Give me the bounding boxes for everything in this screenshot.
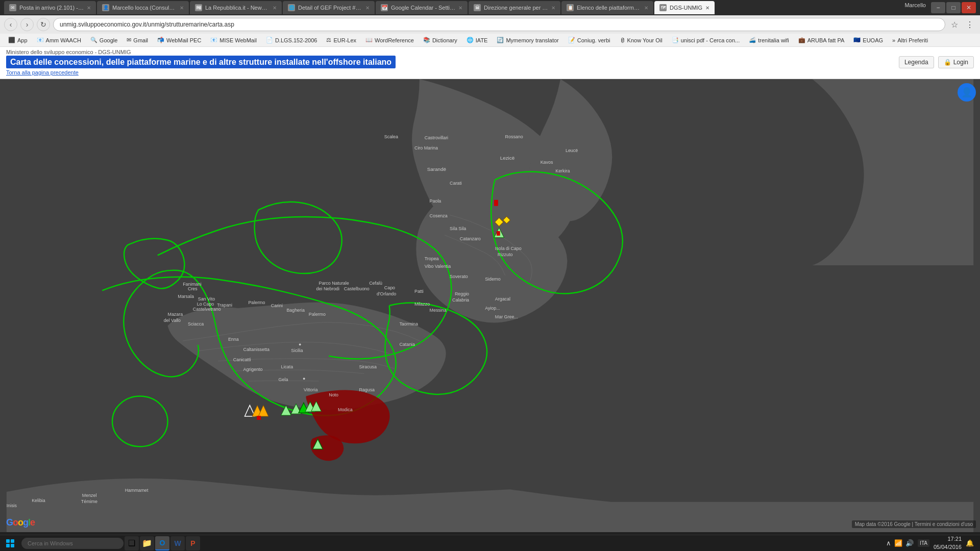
language-indicator[interactable]: ITA: [918, 539, 929, 547]
bookmark-icon: »: [892, 37, 895, 43]
bookmark-3[interactable]: ✉Gmail: [122, 35, 152, 46]
bookmark-label: MISE WebMail: [219, 37, 257, 43]
bookmark-label: unisci pdf - Cerca con...: [681, 37, 740, 43]
login-button[interactable]: 🔒 Login: [938, 56, 974, 68]
taskbar-volume-icon[interactable]: 🔊: [905, 539, 914, 547]
start-button[interactable]: [2, 536, 18, 550]
bookmark-17[interactable]: 🇪🇺EUOAG: [849, 35, 887, 46]
svg-text:Palermo: Palermo: [248, 300, 265, 305]
bookmark-label: trenitalia wifi: [758, 37, 789, 43]
ministry-label: Ministero dello sviluppo economico - DGS…: [6, 49, 974, 55]
tab-close-icon[interactable]: ✕: [180, 5, 184, 11]
legenda-button[interactable]: Legenda: [899, 56, 934, 68]
address-bar[interactable]: [53, 18, 945, 31]
tab-close-icon[interactable]: ✕: [458, 5, 462, 11]
minimize-button[interactable]: −: [931, 2, 945, 13]
bookmark-label: EUOAG: [863, 37, 883, 43]
browser-tab-6[interactable]: 🏛 Direzione generale per le... ✕: [469, 1, 560, 14]
close-button[interactable]: ✕: [962, 2, 976, 13]
taskbar-task-view[interactable]: ❑: [125, 536, 139, 550]
bookmark-14[interactable]: 📑unisci pdf - Cerca con...: [668, 35, 744, 46]
bookmark-6[interactable]: 📄D.LGS.152-2006: [262, 35, 322, 46]
svg-text:Capo: Capo: [384, 285, 395, 290]
bookmark-0[interactable]: ⬛App: [4, 35, 32, 46]
taskbar-search-input[interactable]: [21, 538, 124, 549]
forward-button[interactable]: ›: [20, 18, 34, 31]
bookmark-10[interactable]: 🌐IATE: [462, 35, 492, 46]
bookmark-7[interactable]: ⚖EUR-Lex: [322, 35, 360, 46]
map-container[interactable]: Sarandë Lezicë Carati Ciro Marina Scalea…: [0, 79, 980, 532]
bookmark-8[interactable]: 📖WordReference: [361, 35, 418, 46]
taskbar-powerpoint[interactable]: P: [186, 536, 200, 550]
tab-close-icon[interactable]: ✕: [273, 5, 277, 11]
bookmark-9[interactable]: 📚Dictionary: [419, 35, 461, 46]
svg-text:Modica: Modica: [338, 407, 353, 412]
bookmark-icon: ⬛: [8, 37, 15, 43]
svg-text:Milazzo: Milazzo: [414, 302, 430, 307]
tab-label: Detail of GEF Project #39...: [298, 5, 362, 11]
svg-rect-10: [257, 416, 261, 420]
bookmark-label: EUR-Lex: [333, 37, 356, 43]
tab-close-icon[interactable]: ✕: [87, 5, 91, 11]
bookmark-16[interactable]: 💼ARUBA fatt PA: [794, 35, 849, 46]
bookmark-4[interactable]: 📬WebMail PEC: [153, 35, 205, 46]
svg-text:San Vito: San Vito: [198, 296, 215, 302]
bookmark-12[interactable]: 📝Coniug. verbi: [564, 35, 615, 46]
browser-tab-1[interactable]: ✉ Posta in arrivo (2.101) - ... ✕: [4, 1, 96, 14]
tab-close-icon[interactable]: ✕: [365, 5, 370, 11]
svg-text:Tropea: Tropea: [425, 256, 439, 261]
svg-text:Messina: Messina: [430, 308, 447, 313]
bookmark-icon: 🇪🇺: [853, 37, 861, 43]
browser-tab-2[interactable]: 👤 Marcello locca (Consulen... ✕: [97, 1, 189, 14]
tab-close-icon[interactable]: ✕: [551, 5, 555, 11]
bookmark-star-icon[interactable]: ☆: [948, 18, 961, 31]
bookmark-5[interactable]: 📧MISE WebMail: [206, 35, 261, 46]
taskbar-file-explorer[interactable]: 📁: [140, 536, 154, 550]
svg-text:Menzel: Menzel: [82, 493, 97, 498]
bookmark-label: IATE: [476, 37, 488, 43]
reload-button[interactable]: ↻: [37, 18, 50, 31]
bookmark-1[interactable]: 📧Amm WAACH: [33, 35, 85, 46]
svg-text:Mazara: Mazara: [168, 312, 183, 317]
tabs-container: ✉ Posta in arrivo (2.101) - ... ✕ 👤 Marc…: [4, 1, 902, 14]
tab-close-icon[interactable]: ✕: [705, 5, 709, 11]
taskbar-network-icon[interactable]: 📶: [894, 539, 902, 547]
browser-tab-5[interactable]: 📅 Google Calendar - Settin... ✕: [376, 1, 468, 14]
bookmark-2[interactable]: 🔍Google: [86, 35, 121, 46]
svg-text:Sciacca: Sciacca: [188, 321, 204, 327]
tab-close-icon[interactable]: ✕: [644, 5, 648, 11]
svg-text:Carati: Carati: [450, 181, 462, 186]
browser-tab-7[interactable]: 📋 Elenco delle piattaforme... ✕: [561, 1, 653, 14]
page-title: Carta delle concessioni, delle piattafor…: [6, 56, 396, 68]
bookmark-11[interactable]: 🔄Mymemory translator: [493, 35, 562, 46]
taskbar-notification-icon[interactable]: 🔔: [966, 539, 974, 547]
site-header: Ministero dello sviluppo economico - DGS…: [0, 47, 980, 79]
browser-tab-3[interactable]: 📰 La Repubblica.it - News i... ✕: [190, 1, 282, 14]
browser-tab-4[interactable]: 🌐 Detail of GEF Project #39... ✕: [283, 1, 375, 14]
back-button[interactable]: ‹: [4, 18, 17, 31]
taskbar-chevron-icon[interactable]: ∧: [886, 539, 891, 547]
chrome-menu-icon[interactable]: ⋮: [964, 18, 976, 31]
svg-text:Rossano: Rossano: [505, 134, 523, 139]
maximize-button[interactable]: □: [946, 2, 961, 13]
back-link[interactable]: Torna alla pagina precedente: [6, 68, 974, 77]
svg-text:Mar Gree...: Mar Gree...: [495, 314, 518, 319]
bookmark-label: Mymemory translator: [506, 37, 558, 43]
bookmark-icon: 📚: [423, 37, 430, 43]
user-avatar[interactable]: 👤: [958, 83, 976, 102]
bookmarks-container: ⬛App📧Amm WAACH🔍Google✉Gmail📬WebMail PEC📧…: [4, 35, 976, 46]
tab-favicon: 🗺: [659, 4, 667, 11]
taskbar-word[interactable]: W: [170, 536, 185, 550]
bookmark-13[interactable]: 🛢Know Your Oil: [616, 35, 667, 46]
svg-text:Kavos: Kavos: [541, 160, 553, 165]
svg-text:Sicilia: Sicilia: [291, 348, 303, 353]
svg-text:dei Nebrodi: dei Nebrodi: [316, 286, 339, 291]
bookmark-18[interactable]: »Altri Preferiti: [888, 35, 932, 46]
bookmark-15[interactable]: 🚄trenitalia wifi: [745, 35, 793, 46]
tab-favicon: ✉: [9, 4, 16, 11]
google-logo: Google: [6, 517, 35, 528]
taskbar-outlook[interactable]: O: [155, 536, 169, 550]
browser-tab-8[interactable]: 🗺 DGS-UNMIG ✕: [654, 1, 715, 14]
taskbar-clock: 17:21 05/04/2016: [934, 535, 962, 551]
user-icon: 👤: [961, 87, 972, 98]
